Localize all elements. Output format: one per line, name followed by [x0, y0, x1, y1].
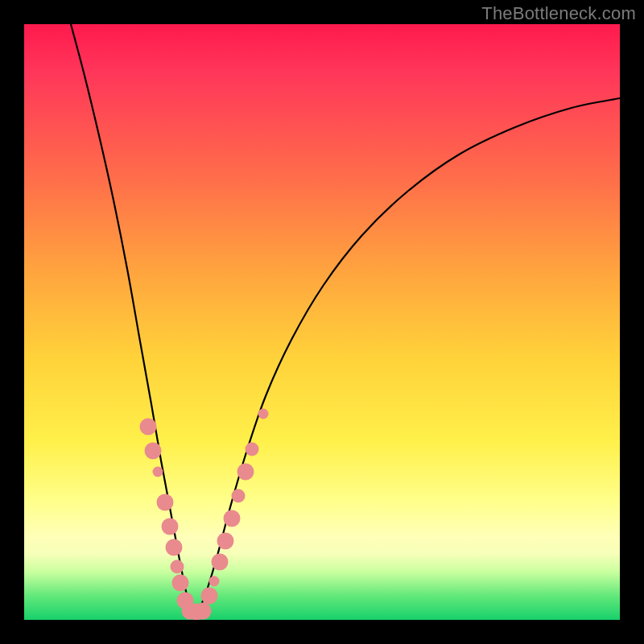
plot-area: [24, 24, 620, 620]
data-dot: [140, 419, 157, 436]
data-dot: [232, 489, 246, 503]
chart-svg: [24, 24, 620, 620]
data-dot: [172, 575, 189, 592]
data-dot: [224, 510, 241, 527]
data-dot: [166, 539, 183, 556]
data-dot: [153, 467, 163, 477]
data-dot: [145, 443, 162, 460]
data-dot: [246, 443, 259, 456]
data-dot: [171, 560, 184, 574]
data-dot: [195, 603, 212, 620]
data-dot: [162, 518, 179, 535]
data-dot: [237, 464, 254, 481]
data-dot: [157, 494, 174, 511]
data-dot: [212, 554, 229, 571]
data-dots: [140, 409, 269, 621]
data-dot: [217, 533, 234, 550]
data-dot: [258, 409, 269, 419]
data-dot: [201, 588, 218, 605]
watermark-text: TheBottleneck.com: [481, 3, 636, 24]
data-dot: [209, 576, 220, 587]
right-branch-curve: [193, 98, 620, 618]
chart-frame: TheBottleneck.com: [0, 0, 644, 644]
